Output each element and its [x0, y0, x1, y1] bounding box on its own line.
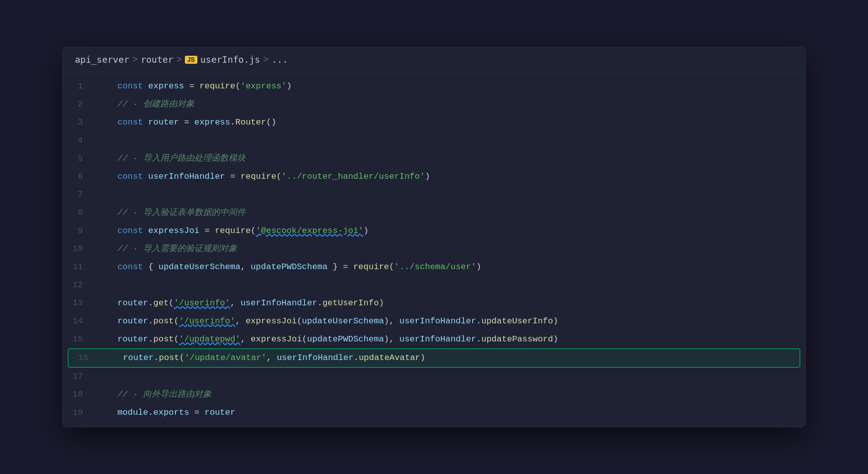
code-line-3: 3 const router = express.Router() — [63, 113, 805, 132]
breadcrumb-router: router — [141, 54, 173, 65]
code-line-2: 2 // · 创建路由对象 — [63, 95, 805, 113]
breadcrumb-filename: userInfo.js — [200, 54, 260, 65]
line-content-13: router.get('/userinfo', userInfoHandler.… — [93, 295, 805, 311]
line-num-5: 5 — [63, 151, 93, 167]
breadcrumb-sep-2: > — [176, 55, 182, 65]
breadcrumb-sep-3: > — [263, 55, 269, 65]
line-num-15: 15 — [63, 331, 93, 347]
line-num-16: 16 — [68, 350, 98, 366]
line-content-11: const { updateUserSchema, updatePWDSchem… — [93, 259, 805, 275]
code-line-1: 1 const express = require('express') — [63, 77, 805, 95]
line-num-4: 4 — [63, 133, 93, 149]
breadcrumb-ellipsis: ... — [272, 54, 288, 65]
line-content-10: // · 导入需要的验证规则对象 — [93, 241, 805, 257]
code-line-9: 9 const expressJoi = require('@escook/ex… — [63, 222, 805, 240]
code-line-14: 14 router.post('/userinfo', expressJoi(u… — [63, 312, 805, 330]
line-content-8: // · 导入验证表单数据的中间件 — [93, 205, 805, 221]
code-line-17: 17 — [63, 368, 805, 386]
line-content-5: // · 导入用户路由处理函数模块 — [93, 151, 805, 167]
line-content-15: router.post('/updatepwd', expressJoi(upd… — [93, 331, 805, 347]
line-num-10: 10 — [63, 241, 93, 257]
code-line-13: 13 router.get('/userinfo', userInfoHandl… — [63, 294, 805, 312]
line-num-1: 1 — [63, 78, 93, 94]
line-num-6: 6 — [63, 169, 93, 185]
line-num-11: 11 — [63, 259, 93, 275]
code-line-19: 19 module.exports = router — [63, 404, 805, 422]
code-line-12: 12 — [63, 276, 805, 294]
line-content-3: const router = express.Router() — [93, 114, 805, 131]
line-num-9: 9 — [63, 223, 93, 239]
code-line-10: 10 // · 导入需要的验证规则对象 — [63, 240, 805, 258]
line-num-19: 19 — [63, 405, 93, 421]
code-line-15: 15 router.post('/updatepwd', expressJoi(… — [63, 330, 805, 348]
line-num-2: 2 — [63, 96, 93, 112]
line-num-17: 17 — [63, 369, 93, 385]
code-line-5: 5 // · 导入用户路由处理函数模块 — [63, 150, 805, 168]
code-line-6: 6 const userInfoHandler = require('../ro… — [63, 168, 805, 186]
line-content-14: router.post('/userinfo', expressJoi(upda… — [93, 313, 805, 329]
line-num-7: 7 — [63, 187, 93, 203]
line-content-6: const userInfoHandler = require('../rout… — [93, 169, 805, 185]
code-line-8: 8 // · 导入验证表单数据的中间件 — [63, 204, 805, 222]
line-num-13: 13 — [63, 295, 93, 311]
breadcrumb: api_server > router > JS userInfo.js > .… — [63, 47, 805, 72]
line-content-19: module.exports = router — [93, 405, 805, 421]
line-num-12: 12 — [63, 277, 93, 293]
code-area: 1 const express = require('express') 2 /… — [63, 72, 805, 427]
line-num-14: 14 — [63, 313, 93, 329]
breadcrumb-sep-1: > — [132, 55, 138, 65]
line-num-18: 18 — [63, 387, 93, 403]
code-line-16: 16 router.post('/update/avatar', userInf… — [68, 348, 800, 368]
line-num-8: 8 — [63, 205, 93, 221]
code-line-11: 11 const { updateUserSchema, updatePWDSc… — [63, 258, 805, 276]
js-badge: JS — [185, 56, 197, 64]
line-content-2: // · 创建路由对象 — [93, 96, 805, 112]
line-content-9: const expressJoi = require('@escook/expr… — [93, 223, 805, 239]
code-line-18: 18 // · 向外导出路由对象 — [63, 386, 805, 404]
line-content-16: router.post('/update/avatar', userInfoHa… — [98, 350, 800, 366]
line-content-1: const express = require('express') — [93, 78, 805, 94]
code-line-7: 7 — [63, 186, 805, 204]
code-line-4: 4 — [63, 132, 805, 150]
breadcrumb-api-server: api_server — [75, 54, 129, 65]
line-content-18: // · 向外导出路由对象 — [93, 387, 805, 403]
editor-window: api_server > router > JS userInfo.js > .… — [62, 47, 806, 427]
line-num-3: 3 — [63, 114, 93, 131]
